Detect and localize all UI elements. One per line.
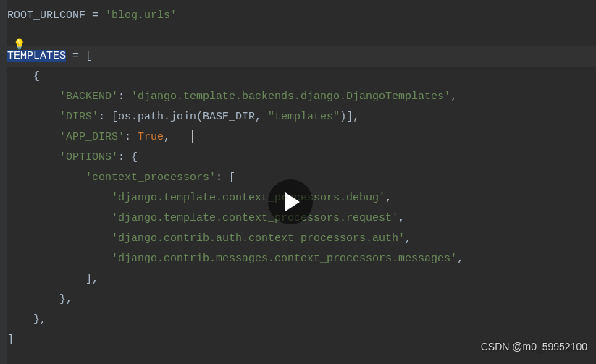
- operator: =: [85, 9, 105, 22]
- brace: {: [7, 70, 40, 82]
- code-line[interactable]: 'django.contrib.messages.context_process…: [7, 249, 596, 269]
- comma: ,: [457, 253, 463, 265]
- video-play-button[interactable]: [268, 179, 313, 224]
- string-literal: "templates": [268, 111, 340, 123]
- string-literal: 'django.contrib.messages.context_process…: [7, 253, 457, 265]
- code-line[interactable]: 'BACKEND': 'django.template.backends.dja…: [7, 87, 596, 107]
- brace: },: [7, 313, 46, 326]
- code-line[interactable]: ],: [7, 269, 596, 289]
- comma: ,: [405, 232, 411, 245]
- code-line[interactable]: ROOT_URLCONF = 'blog.urls': [7, 6, 596, 26]
- colon: : [: [216, 172, 235, 184]
- close-paren: )],: [340, 111, 359, 123]
- colon: : [: [98, 111, 118, 123]
- comma: ,: [164, 131, 170, 143]
- code-line[interactable]: 'OPTIONS': {: [7, 148, 596, 168]
- code-line[interactable]: {: [7, 67, 596, 87]
- brace: },: [7, 293, 72, 305]
- operator: = [: [66, 50, 92, 62]
- function-call: os.path.join(: [118, 111, 203, 123]
- keyword: True: [138, 131, 164, 143]
- comma: ,: [450, 90, 457, 103]
- colon: : {: [118, 151, 138, 164]
- code-line[interactable]: 'DIRS': [os.path.join(BASE_DIR, "templat…: [7, 107, 596, 127]
- bracket: ],: [7, 273, 98, 285]
- dict-key: 'BACKEND': [7, 90, 118, 103]
- string-literal: 'django.template.backends.django.DjangoT…: [131, 90, 450, 103]
- dict-key: 'DIRS': [7, 111, 98, 123]
- code-line[interactable]: 'APP_DIRS': True,: [7, 127, 596, 148]
- lightbulb-icon[interactable]: 💡: [13, 35, 25, 55]
- text-cursor-icon: [192, 130, 193, 143]
- string-literal: 'django.contrib.auth.context_processors.…: [7, 232, 405, 245]
- code-line-active[interactable]: TEMPLATES = [: [7, 46, 596, 67]
- dict-key: 'context_processors': [7, 172, 216, 184]
- variable: ROOT_URLCONF: [7, 9, 85, 22]
- dict-key: 'OPTIONS': [7, 151, 118, 164]
- comma: ,: [385, 192, 392, 204]
- comma: ,: [255, 111, 268, 123]
- watermark-text: CSDN @m0_59952100: [481, 337, 587, 357]
- code-line[interactable]: },: [7, 310, 596, 330]
- code-editor[interactable]: ROOT_URLCONF = 'blog.urls' 💡 TEMPLATES =…: [0, 0, 596, 350]
- colon: :: [125, 131, 138, 143]
- play-icon: [285, 192, 300, 211]
- string-literal: 'blog.urls': [105, 9, 177, 22]
- code-line[interactable]: },: [7, 289, 596, 310]
- code-line[interactable]: 'django.contrib.auth.context_processors.…: [7, 229, 596, 249]
- dict-key: 'APP_DIRS': [7, 131, 125, 143]
- bracket: ]: [7, 334, 14, 346]
- comma: ,: [398, 212, 405, 224]
- parameter: BASE_DIR: [203, 111, 255, 123]
- string-literal: 'django.template.context_processors.debu…: [7, 192, 385, 204]
- code-line-blank[interactable]: [7, 26, 596, 46]
- colon: :: [118, 90, 131, 103]
- string-literal: 'django.template.context_processors.requ…: [7, 212, 398, 224]
